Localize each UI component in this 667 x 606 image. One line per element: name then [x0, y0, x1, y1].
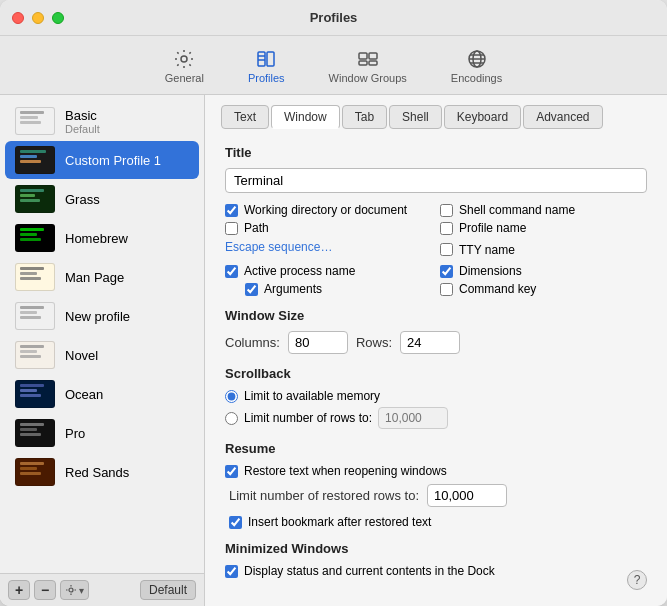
minimized-label: Minimized Windows: [225, 541, 647, 556]
profile-name-novel: Novel: [65, 348, 98, 363]
restore-text-checkbox[interactable]: [225, 465, 238, 478]
sidebar-item-ocean[interactable]: Ocean: [5, 375, 199, 413]
profile-name-ocean: Ocean: [65, 387, 103, 402]
sidebar-item-novel[interactable]: Novel: [5, 336, 199, 374]
profile-name-pro: Pro: [65, 426, 85, 441]
profile-name-basic: Basic: [65, 108, 100, 123]
checkbox-command-key-label: Command key: [459, 282, 536, 296]
window-size-divider: Window Size: [225, 308, 647, 323]
display-status-checkbox[interactable]: [225, 565, 238, 578]
svg-rect-1: [258, 52, 265, 66]
display-status-row: Display status and current contents in t…: [225, 564, 647, 578]
escape-sequence-link[interactable]: Escape sequence…: [225, 240, 332, 254]
panel-wrapper: Title Working directory or document Shel…: [205, 129, 667, 606]
scrollback-limit-available-radio[interactable]: [225, 390, 238, 403]
scrollback-options: Limit to available memory Limit number o…: [225, 389, 647, 429]
tab-window[interactable]: Window: [271, 105, 340, 129]
close-button[interactable]: [12, 12, 24, 24]
sidebar-item-red-sands[interactable]: Red Sands: [5, 453, 199, 491]
minimize-button[interactable]: [32, 12, 44, 24]
sidebar-item-custom-profile-1[interactable]: Custom Profile 1: [5, 141, 199, 179]
toolbar-general[interactable]: General: [155, 44, 214, 88]
maximize-button[interactable]: [52, 12, 64, 24]
options-chevron: ▾: [79, 585, 84, 596]
content-area: Basic Default Custom Profile 1: [0, 95, 667, 606]
profile-name-grass: Grass: [65, 192, 100, 207]
scrollback-limit-available-label: Limit to available memory: [244, 389, 380, 403]
toolbar-profiles[interactable]: Profiles: [238, 44, 295, 88]
tab-keyboard[interactable]: Keyboard: [444, 105, 521, 129]
columns-label: Columns:: [225, 335, 280, 350]
insert-bookmark-label: Insert bookmark after restored text: [248, 515, 431, 529]
help-button[interactable]: ?: [627, 570, 647, 590]
checkbox-dimensions-input[interactable]: [440, 265, 453, 278]
sidebar-item-pro[interactable]: Pro: [5, 414, 199, 452]
checkbox-dimensions-label: Dimensions: [459, 264, 522, 278]
insert-bookmark-checkbox[interactable]: [229, 516, 242, 529]
svg-point-0: [181, 56, 187, 62]
toolbar-encodings[interactable]: Encodings: [441, 44, 512, 88]
thumb-ocean: [15, 380, 55, 408]
scrollback-limit-available: Limit to available memory: [225, 389, 647, 403]
add-profile-button[interactable]: +: [8, 580, 30, 600]
window-size-fields: Columns: Rows:: [225, 331, 647, 354]
profiles-icon: [255, 48, 277, 70]
toolbar-window-groups[interactable]: Window Groups: [319, 44, 417, 88]
profile-list: Basic Default Custom Profile 1: [0, 95, 204, 573]
checkbox-arguments-label: Arguments: [264, 282, 322, 296]
checkbox-shell-cmd-input[interactable]: [440, 204, 453, 217]
checkbox-arguments-input[interactable]: [245, 283, 258, 296]
columns-input[interactable]: [288, 331, 348, 354]
checkbox-tty-name: TTY name: [440, 239, 647, 260]
restore-text-row: Restore text when reopening windows: [225, 464, 647, 478]
checkbox-shell-cmd-label: Shell command name: [459, 203, 575, 217]
checkbox-active-process-input[interactable]: [225, 265, 238, 278]
checkbox-working-dir-input[interactable]: [225, 204, 238, 217]
title-section-label: Title: [225, 145, 647, 160]
sidebar-item-homebrew[interactable]: Homebrew: [5, 219, 199, 257]
limit-restored-row: Limit number of restored rows to:: [229, 484, 647, 507]
rows-input[interactable]: [400, 331, 460, 354]
checkbox-dimensions: Dimensions: [440, 264, 647, 278]
scrollback-limit-rows-radio[interactable]: [225, 412, 238, 425]
scrollback-limit-rows-label: Limit number of rows to:: [244, 411, 372, 425]
toolbar-window-groups-label: Window Groups: [329, 72, 407, 84]
checkbox-active-process: Active process name: [225, 264, 432, 278]
window-size-label: Window Size: [225, 308, 647, 323]
scrollback-rows-input[interactable]: [378, 407, 448, 429]
sidebar-item-grass[interactable]: Grass: [5, 180, 199, 218]
set-default-button[interactable]: Default: [140, 580, 196, 600]
title-input[interactable]: [225, 168, 647, 193]
limit-restored-input[interactable]: [427, 484, 507, 507]
checkbox-tty-name-input[interactable]: [440, 243, 453, 256]
restore-text-label: Restore text when reopening windows: [244, 464, 447, 478]
svg-rect-7: [359, 61, 367, 65]
checkbox-profile-name-input[interactable]: [440, 222, 453, 235]
tab-text[interactable]: Text: [221, 105, 269, 129]
title-bar: Profiles: [0, 0, 667, 36]
tab-advanced[interactable]: Advanced: [523, 105, 602, 129]
sidebar-item-new-profile[interactable]: New profile: [5, 297, 199, 335]
checkbox-command-key-input[interactable]: [440, 283, 453, 296]
checkbox-profile-name: Profile name: [440, 221, 647, 235]
thumb-red-sands: [15, 458, 55, 486]
gear-small-icon: [65, 584, 77, 596]
minimized-divider: Minimized Windows: [225, 541, 647, 556]
profile-name-man-page: Man Page: [65, 270, 124, 285]
svg-rect-6: [369, 53, 377, 59]
sidebar-item-man-page[interactable]: Man Page: [5, 258, 199, 296]
tab-shell[interactable]: Shell: [389, 105, 442, 129]
profile-options-button[interactable]: ▾: [60, 580, 89, 600]
sidebar-item-basic[interactable]: Basic Default: [5, 102, 199, 140]
panel-content: Title Working directory or document Shel…: [205, 129, 667, 606]
svg-rect-5: [359, 53, 367, 59]
checkbox-path-input[interactable]: [225, 222, 238, 235]
resume-divider: Resume: [225, 441, 647, 456]
main-panel: Text Window Tab Shell Keyboard Advanced …: [205, 95, 667, 606]
profile-name-red-sands: Red Sands: [65, 465, 129, 480]
checkbox-active-process-label: Active process name: [244, 264, 355, 278]
tab-tab[interactable]: Tab: [342, 105, 387, 129]
profile-name-homebrew: Homebrew: [65, 231, 128, 246]
resume-label: Resume: [225, 441, 647, 456]
remove-profile-button[interactable]: −: [34, 580, 56, 600]
